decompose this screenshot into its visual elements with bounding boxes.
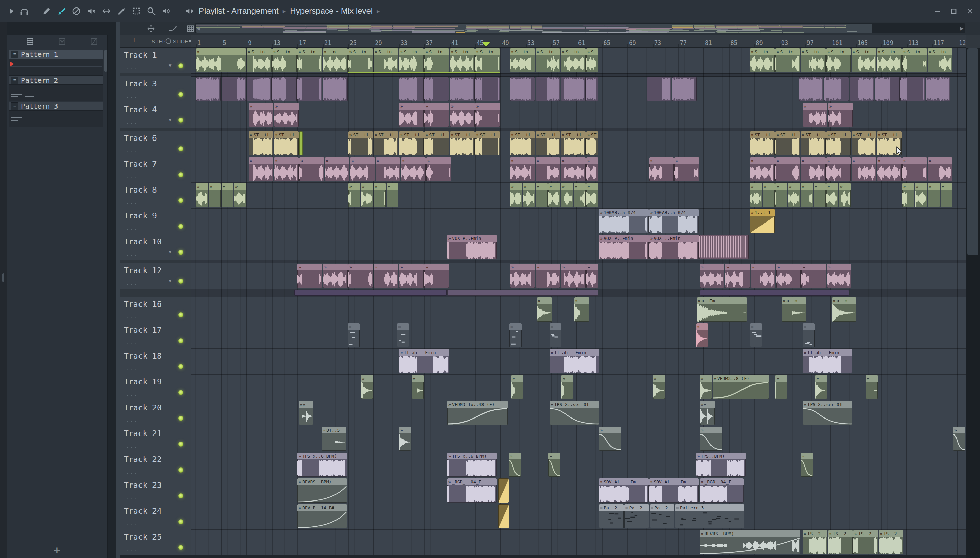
playlist-clip[interactable]: »IS..2 xyxy=(828,530,853,554)
playlist-clip[interactable]: » xyxy=(274,157,299,181)
track-mute-led[interactable] xyxy=(178,172,184,177)
playlist-clip[interactable] xyxy=(799,77,824,101)
playlist-clip[interactable] xyxy=(647,77,671,101)
playlist-clip[interactable]: ≡ xyxy=(750,323,762,347)
playlist-clip[interactable]: » xyxy=(222,183,233,207)
playlist-clip[interactable]: » xyxy=(249,103,274,127)
playlist-clip[interactable]: »ST..il xyxy=(750,131,775,156)
track-name[interactable]: Track 9 xyxy=(124,211,157,220)
minimize-button[interactable] xyxy=(934,8,941,15)
playlist-clip[interactable]: »ST..il xyxy=(348,131,373,156)
playlist-clip[interactable] xyxy=(900,77,925,101)
close-button[interactable] xyxy=(966,8,974,15)
playlist-clip[interactable]: ≡ xyxy=(509,323,521,347)
playlist-clip[interactable]: » xyxy=(374,264,399,288)
track-header[interactable]: Track 10...▾ xyxy=(120,234,191,260)
track-mute-led[interactable] xyxy=(178,118,184,123)
track-name[interactable]: Track 6 xyxy=(124,134,157,143)
playlist-left-grab[interactable] xyxy=(117,23,120,558)
playlist-clip[interactable]: » xyxy=(399,264,424,288)
zoom-tool-button[interactable] xyxy=(144,2,159,20)
playlist-clip[interactable]: » xyxy=(827,264,852,288)
playlist-clip[interactable] xyxy=(498,504,509,528)
playlist-clip[interactable]: » xyxy=(839,183,851,207)
playlist-clip[interactable]: ≡Pattern 3 xyxy=(675,504,744,528)
playlist-clip[interactable]: » xyxy=(374,183,386,207)
playlist-clip[interactable]: » xyxy=(361,183,373,207)
track-name[interactable]: Track 22 xyxy=(124,455,162,464)
playlist-clip[interactable]: » xyxy=(561,264,586,288)
playlist-clip[interactable]: » xyxy=(249,157,274,181)
playlist-clip[interactable]: » xyxy=(788,183,800,207)
scroll-right-arrow[interactable]: ▶ xyxy=(960,26,964,31)
playlist-clip[interactable]: »S..in xyxy=(424,48,449,72)
track-header[interactable]: Track 6... xyxy=(120,131,191,157)
playlist-clip[interactable]: » xyxy=(915,183,927,207)
track-lane[interactable] xyxy=(191,374,966,400)
playlist-clip[interactable]: »REVRS..BPM) xyxy=(700,530,800,554)
playlist-clip[interactable]: »TPS X..ser 01 xyxy=(803,401,852,425)
playlist-clip[interactable]: »S..in xyxy=(903,48,927,72)
playlist-clip[interactable]: » xyxy=(776,264,801,288)
track-name[interactable]: Track 25 xyxy=(124,532,162,541)
playlist-clip[interactable]: »TPS X..ser 01 xyxy=(550,401,599,425)
playlist-clip[interactable] xyxy=(824,77,849,101)
playlist-clip[interactable]: »S..in xyxy=(475,48,500,72)
playlist-clip[interactable]: » xyxy=(586,157,598,181)
step-toggle[interactable] xyxy=(166,38,171,44)
track-mute-led[interactable] xyxy=(178,250,184,255)
playlist-clip[interactable]: » xyxy=(803,103,827,127)
playlist-clip[interactable]: »ST..il xyxy=(535,131,560,156)
select-tool-button[interactable] xyxy=(129,2,144,20)
playlist-clip[interactable]: »DT..5 xyxy=(322,427,346,451)
playlist-clip[interactable] xyxy=(399,77,424,101)
scroll-left-arrow[interactable]: ◀ xyxy=(196,26,200,31)
track-mute-led[interactable] xyxy=(178,493,184,499)
playlist-clip[interactable]: » xyxy=(535,183,548,207)
playlist-clip[interactable] xyxy=(475,77,500,101)
vscroll-handle[interactable] xyxy=(967,48,978,255)
playlist-clip[interactable] xyxy=(297,77,322,101)
playlist-clip[interactable]: » xyxy=(196,183,208,207)
playlist-clip[interactable]: »ST..il xyxy=(424,131,449,156)
track-mute-led[interactable] xyxy=(178,312,184,317)
track-header[interactable]: Track 24... xyxy=(120,504,191,530)
playlist-clip[interactable]: » xyxy=(953,427,965,451)
playlist-clip[interactable]: »S..in xyxy=(852,48,877,72)
playlist-clip[interactable]: » xyxy=(700,375,712,399)
playlist-clip[interactable]: » xyxy=(653,375,665,399)
track-header[interactable]: Track 8... xyxy=(120,182,191,208)
playlist-clip[interactable] xyxy=(561,77,586,101)
playlist-clip[interactable]: »S..in xyxy=(510,48,535,72)
playlist-clip[interactable]: »ST..il xyxy=(249,131,274,156)
track-lane[interactable] xyxy=(191,426,966,452)
track-mute-led[interactable] xyxy=(178,224,184,229)
playlist-clip[interactable] xyxy=(272,77,297,101)
track-name[interactable]: Track 7 xyxy=(124,159,157,168)
playlist-clip[interactable]: » xyxy=(348,264,373,288)
track-name[interactable]: Track 12 xyxy=(124,266,162,275)
track-header[interactable]: Track 1...▾ xyxy=(120,48,191,74)
playlist-clip[interactable]: »..n xyxy=(323,48,348,72)
playlist-clip[interactable]: »ST..il xyxy=(801,131,826,156)
track-name[interactable]: Track 24 xyxy=(124,507,162,515)
playlist-clip[interactable]: » xyxy=(535,264,560,288)
playlist-clip[interactable]: » xyxy=(649,157,674,181)
playlist-clip[interactable]: » xyxy=(775,183,787,207)
playlist-clip[interactable]: »» xyxy=(700,401,714,425)
playlist-clip[interactable] xyxy=(247,77,272,101)
playlist-clip[interactable]: » xyxy=(299,157,324,181)
track-name[interactable]: Track 20 xyxy=(124,403,162,412)
playlist-clip[interactable]: »S..in xyxy=(586,48,598,72)
pattern-item-header[interactable]: ≡Pattern 1 xyxy=(8,50,103,59)
playlist-clip[interactable]: » xyxy=(575,297,590,322)
track-header[interactable]: Track 22... xyxy=(120,452,191,478)
playlist-clip[interactable] xyxy=(699,235,749,259)
picker-scrollbar[interactable] xyxy=(105,50,107,72)
playlist-clip[interactable]: »100AB..5_074 xyxy=(599,209,648,233)
playlist-clip[interactable]: »IS..2 xyxy=(879,530,904,554)
playlist-clip[interactable]: » xyxy=(511,375,524,399)
playlist-clip[interactable]: »SDV At..- Fm xyxy=(649,478,699,502)
playlist-clip[interactable]: »100AB..5_074 xyxy=(649,209,699,233)
playlist-clip[interactable]: » xyxy=(297,264,322,288)
